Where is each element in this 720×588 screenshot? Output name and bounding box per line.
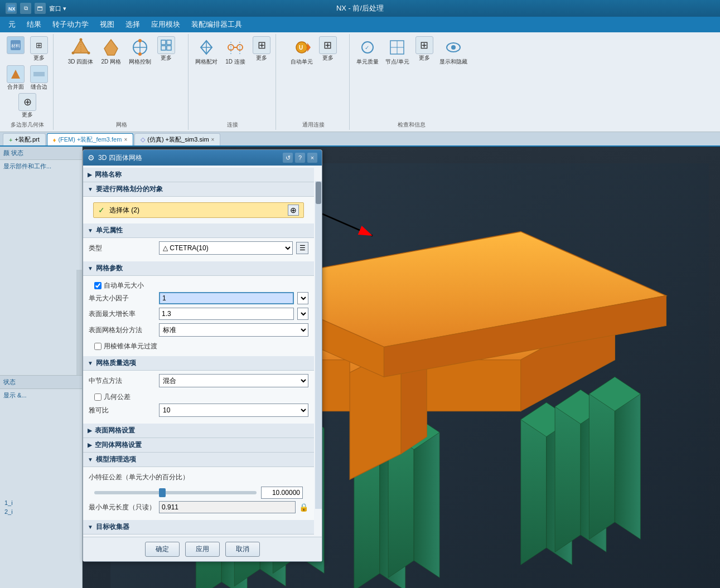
toolbar-btn-more-poly[interactable]: ⊕ 更多 (16, 92, 38, 120)
toolbar-btn-1d-connect[interactable]: 1D 连接 (221, 35, 249, 67)
dialog-close-btn[interactable]: × (307, 153, 317, 163)
toolbar-group-check: ✓ 单元质量 节点/单元 ⊞ 更多 (351, 34, 473, 130)
toolbar-btn-2d-mesh[interactable]: 2D 网格 (97, 35, 125, 67)
type-info-icon[interactable]: ☰ (296, 242, 308, 254)
geotol-checkbox[interactable] (94, 393, 102, 401)
toolbar-label-check: 检查和信息 (398, 120, 426, 129)
add-selection-icon[interactable]: ⊕ (288, 205, 299, 216)
menu-item-assembly[interactable]: 装配编排器工具 (186, 18, 248, 31)
svg-point-10 (71, 52, 74, 55)
arrow-surfmesh: ▶ (88, 427, 92, 434)
type-select[interactable]: △ CTETRA(10) (159, 241, 293, 255)
toolbar-btn-more-connect[interactable]: ⊞ 更多 (250, 35, 273, 67)
toolbar-btn-merge-face[interactable]: 合并面 (4, 64, 27, 92)
left-sidebar: 颜 状态 显示部件和工作... 状态 显示 &... 1_i 2_i ▶ (0, 147, 83, 588)
size-factor-dropdown[interactable]: ▾ (297, 292, 308, 304)
small-feature-slider[interactable] (94, 491, 257, 494)
section-header-meshname[interactable]: ▶ 网格名称 (83, 168, 314, 182)
auto-size-row: 自动单元大小 (89, 279, 308, 292)
menu-item-select[interactable]: 选择 (120, 18, 146, 31)
section-label-targetcollect: 目标收集器 (96, 522, 129, 532)
window-icon[interactable]: 🗔 (35, 3, 46, 14)
small-feature-label: 小特征公差（单元大小的百分比） (89, 470, 308, 484)
menu-item-appmodule[interactable]: 应用模块 (146, 18, 186, 31)
menu-item-view[interactable]: 视图 (94, 18, 120, 31)
dialog-scrollbar[interactable] (315, 181, 322, 509)
tab-close-sim[interactable]: × (211, 137, 215, 143)
sidebar-link-display[interactable]: 显示部件和工作... (0, 160, 82, 270)
small-feature-value[interactable] (261, 487, 303, 499)
midnode-select[interactable]: 混合 (159, 374, 308, 387)
menu-item-result[interactable]: 结果 (21, 18, 47, 31)
selection-box[interactable]: ✓ 选择体 (2) ⊕ (93, 202, 304, 218)
sidebar-section-color-state[interactable]: 颜 状态 (0, 147, 82, 160)
toolbar-btn-more-general[interactable]: ⊞ 更多 (317, 35, 339, 67)
size-factor-input[interactable] (159, 292, 294, 304)
geotol-label: 几何公差 (104, 392, 131, 402)
dialog-title-bar: ⚙ 3D 四面体网格 ↺ ? × (83, 150, 322, 166)
toolbar-btn-more-mesh[interactable]: 更多 (155, 35, 177, 63)
section-content-meshobj: ✓ 选择体 (2) ⊕ (83, 197, 314, 223)
arrow-elemprops: ▼ (88, 227, 93, 234)
cancel-button[interactable]: 取消 (225, 542, 260, 557)
arrow-meshparams: ▼ (88, 265, 93, 271)
dialog-help-btn[interactable]: ? (295, 153, 305, 163)
svg-text:材料: 材料 (11, 43, 20, 48)
toolbar-btn-mesh-control[interactable]: 网格控制 (126, 35, 154, 67)
dialog-settings-icon: ⚙ (88, 153, 95, 162)
dialog-footer: 确定 应用 取消 (83, 537, 322, 561)
size-factor-row: 单元大小因子 ▾ (89, 292, 308, 304)
section-header-surfmesh[interactable]: ▶ 表面网格设置 (83, 424, 314, 438)
menu-item-yuan[interactable]: 元 (3, 18, 21, 31)
tab-label-fem: (FEM) +装配_fem3.fem (58, 135, 122, 144)
nx-logo-icon: NX (6, 3, 17, 14)
toolbar-label-mesh: 网格 (116, 120, 127, 129)
section-header-meshobj[interactable]: ▼ 要进行网格划分的对象 (83, 182, 314, 197)
ok-button[interactable]: 确定 (145, 542, 180, 557)
toolbar-btn-more-material[interactable]: ⊞ 更多 (28, 35, 50, 63)
arrow-targetcollect: ▼ (88, 524, 93, 530)
tab-sim[interactable]: ◇ (仿真) +装配_sim3.sim × (134, 133, 220, 145)
toolbar-btn-material[interactable]: 材料 (4, 35, 27, 63)
apply-button[interactable]: 应用 (185, 542, 220, 557)
section-header-meshparams[interactable]: ▼ 网格参数 (83, 261, 314, 276)
sidebar-link-display2[interactable]: 显示 &... (0, 389, 82, 499)
tab-close-fem[interactable]: × (124, 137, 127, 143)
toolbar-btn-more-check[interactable]: ⊞ 更多 (413, 35, 436, 67)
dialog-refresh-btn[interactable]: ↺ (283, 153, 293, 163)
copy-icon[interactable]: ⧉ (20, 3, 31, 14)
section-label-surfmesh: 表面网格设置 (95, 426, 135, 435)
auto-size-checkbox[interactable] (94, 282, 102, 289)
section-header-volmesh[interactable]: ▶ 空间体网格设置 (83, 438, 314, 453)
sidebar-item-1i[interactable]: 1_i (0, 498, 82, 507)
toolbar-btn-show-hide[interactable]: 显示和隐藏 (437, 35, 470, 67)
max-growth-input[interactable] (159, 308, 294, 320)
section-header-elemprops[interactable]: ▼ 单元属性 (83, 223, 314, 238)
pyramid-checkbox[interactable] (94, 343, 102, 350)
toolbar-btn-auto-element[interactable]: U 自动单元 (288, 35, 316, 67)
jacobian-select[interactable]: 10 (159, 404, 308, 417)
menu-item-rotor[interactable]: 转子动力学 (47, 18, 94, 31)
toolbar-btn-sew-edge[interactable]: 缝合边 (28, 64, 50, 92)
max-growth-dropdown[interactable]: ▾ (297, 308, 308, 320)
section-header-modelclean[interactable]: ▼ 模型清理选项 (83, 453, 314, 467)
toolbar-btn-3d-tet[interactable]: 3D 四面体 (65, 35, 96, 67)
svg-point-17 (138, 52, 142, 56)
tab-fem[interactable]: ♦ (FEM) +装配_fem3.fem × (47, 133, 133, 145)
svg-point-16 (138, 39, 142, 42)
section-header-meshquality[interactable]: ▼ 网格质量选项 (83, 356, 314, 371)
toolbar-btn-element-quality[interactable]: ✓ 单元质量 (354, 35, 381, 67)
sidebar-scrollbar-right[interactable] (76, 270, 82, 375)
toolbar-btn-mesh-match[interactable]: 网格配对 (192, 35, 220, 67)
slider-thumb[interactable] (159, 488, 166, 497)
dialog-scrollbar-thumb[interactable] (316, 182, 321, 204)
geotol-row: 几何公差 (89, 391, 308, 404)
sidebar-section-state[interactable]: 状态 (0, 376, 82, 389)
sidebar-item-2i[interactable]: 2_i (0, 507, 82, 516)
section-label-volmesh: 空间体网格设置 (95, 440, 142, 450)
toolbar-btn-node-element[interactable]: 节点/单元 (383, 35, 412, 67)
surface-method-select[interactable]: 标准 (159, 323, 308, 337)
toolbar-group-material: 材料 ⊞ 更多 合并面 缝合边 ⊕ (2, 34, 54, 130)
tab-assembly[interactable]: + +装配.prt (3, 133, 46, 145)
section-header-targetcollect[interactable]: ▼ 目标收集器 (83, 520, 314, 534)
